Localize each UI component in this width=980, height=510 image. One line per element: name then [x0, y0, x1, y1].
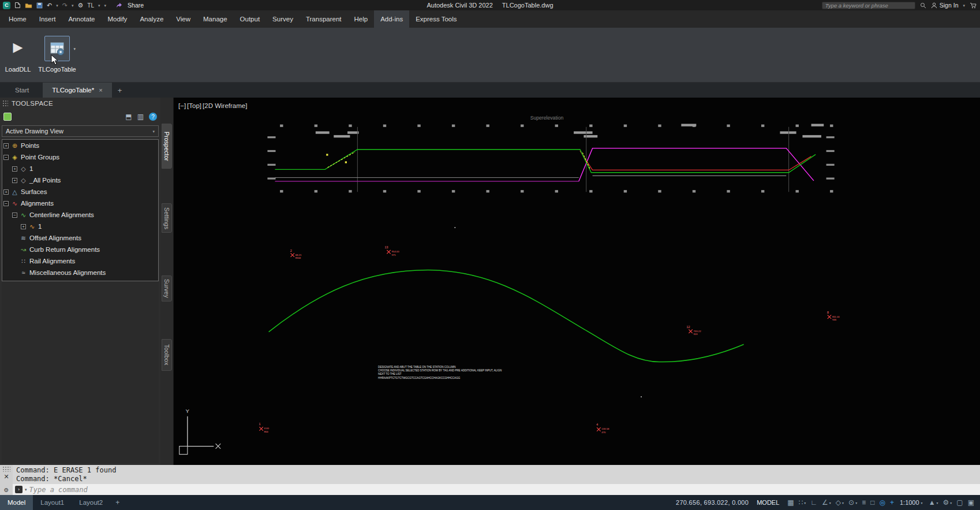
share-icon[interactable]: [116, 2, 122, 9]
command-badge-icon: ›: [15, 486, 23, 493]
tree-expander[interactable]: −: [3, 201, 9, 206]
qat-more-caret-icon[interactable]: ▾: [104, 3, 107, 8]
svg-text:811.00: 811.00: [832, 315, 840, 318]
tree-item[interactable]: + ◇ _All Points: [2, 174, 158, 186]
tree-item[interactable]: + ⊕ Points: [2, 140, 158, 151]
grid-icon[interactable]: ▦ ▾: [787, 499, 794, 506]
customize-icon[interactable]: ⚙: [4, 487, 9, 493]
toolspace-side-tab[interactable]: Survey: [162, 276, 172, 301]
sign-in-caret-icon[interactable]: ▾: [963, 3, 965, 8]
toolspace-side-tab[interactable]: Prospector: [162, 124, 172, 169]
share-label[interactable]: Share: [128, 2, 144, 9]
workspace-gear-icon[interactable]: ⚙: [77, 2, 83, 9]
new-layout-button[interactable]: +: [110, 495, 125, 510]
new-drawing-tab-button[interactable]: +: [112, 83, 128, 98]
tree-expander[interactable]: −: [3, 155, 9, 160]
model-space-drawing[interactable]: Superelevation268.21834413954.0097512733…: [174, 98, 980, 465]
tree-item[interactable]: + ◇ 1: [2, 163, 158, 174]
ortho-icon[interactable]: ∟ ▾: [810, 499, 817, 506]
panorama-icon[interactable]: ⬒: [125, 113, 132, 121]
ribbon-tab[interactable]: Add-ins: [374, 10, 409, 28]
tree-expander[interactable]: +: [3, 189, 9, 195]
visual-style-badge[interactable]: [2D Wireframe]: [203, 102, 247, 109]
tlcogotable-button[interactable]: ▾ TLCogoTable: [38, 36, 76, 73]
active-drawing-icon[interactable]: [3, 113, 12, 121]
ribbon-tab[interactable]: Output: [234, 10, 267, 28]
dynamic-input-icon[interactable]: + ▾: [890, 499, 894, 506]
new-file-icon[interactable]: [14, 2, 21, 9]
preview-area-icon[interactable]: ▥: [137, 113, 144, 121]
ribbon-tab[interactable]: Insert: [33, 10, 62, 28]
view-selector-dropdown[interactable]: Active Drawing View ▾: [2, 125, 159, 137]
ribbon-tab[interactable]: Manage: [197, 10, 234, 28]
save-icon[interactable]: [36, 2, 43, 9]
app-store-cart-icon[interactable]: [970, 2, 977, 9]
ribbon-tab[interactable]: Home: [2, 10, 33, 28]
ribbon-tab[interactable]: Express Tools: [409, 10, 463, 28]
ribbon-tab[interactable]: Analyze: [133, 10, 170, 28]
ribbon-tab[interactable]: Survey: [266, 10, 300, 28]
close-tab-icon[interactable]: ×: [99, 87, 102, 94]
undo-caret-icon[interactable]: ▾: [56, 3, 58, 8]
tree-expander[interactable]: +: [12, 178, 17, 183]
ribbon-tab[interactable]: Help: [347, 10, 374, 28]
close-command-icon[interactable]: ✕: [3, 474, 9, 480]
tree-expander[interactable]: −: [12, 213, 17, 218]
lineweight-icon[interactable]: ≡ ▾: [862, 499, 866, 506]
tree-expander[interactable]: +: [3, 143, 9, 148]
model-space-button[interactable]: MODEL: [754, 499, 781, 506]
ribbon-tab[interactable]: Modify: [102, 10, 134, 28]
annotation-scale-button[interactable]: 1:1000 ▾: [900, 499, 923, 506]
tree-item[interactable]: ∷ Rail Alignments: [2, 255, 158, 267]
isolate-objects-icon[interactable]: ▢ ▾: [956, 499, 963, 506]
viewport-menu-badge[interactable]: [−]: [178, 102, 186, 109]
search-icon[interactable]: [920, 2, 926, 9]
layout-tab[interactable]: Layout2: [72, 495, 110, 510]
tree-item[interactable]: + ∿ 1: [2, 221, 158, 232]
command-input[interactable]: [29, 486, 980, 494]
tree-item[interactable]: − ∿ Centerline Alignments: [2, 209, 158, 221]
dynamic-ucs-icon[interactable]: ◎ ▾: [879, 499, 885, 506]
tree-expander[interactable]: +: [21, 224, 26, 229]
tree-item[interactable]: ≈ Miscellaneous Alignments: [2, 267, 158, 278]
open-file-icon[interactable]: [25, 2, 32, 9]
toolspace-side-tab[interactable]: Toolbox: [162, 339, 172, 371]
tree-expander[interactable]: +: [12, 166, 17, 172]
object-snap-icon[interactable]: ⊙ ▾: [848, 499, 857, 506]
selection-cycling-icon[interactable]: □ ▾: [870, 499, 874, 506]
undo-icon[interactable]: ↶: [47, 2, 52, 9]
tlcogotable-caret-icon[interactable]: ▾: [73, 47, 76, 51]
layout-tab[interactable]: Model: [0, 495, 33, 510]
layout-tab[interactable]: Layout1: [33, 495, 72, 510]
ribbon-tab[interactable]: Annotate: [62, 10, 101, 28]
redo-icon[interactable]: ↷: [62, 2, 68, 9]
annotation-scale-icon[interactable]: ▲ ▾: [929, 499, 938, 506]
customization-icon[interactable]: ▣ ▾: [968, 499, 974, 506]
command-grip[interactable]: [2, 466, 10, 472]
polar-tracking-icon[interactable]: ∠ ▾: [822, 499, 831, 506]
toolspace-side-tab[interactable]: Settings: [162, 203, 172, 233]
tree-item[interactable]: + △ Surfaces: [2, 186, 158, 198]
ribbon-tab[interactable]: Transparent: [300, 10, 348, 28]
redo-caret-icon[interactable]: ▾: [72, 3, 74, 8]
view-direction-badge[interactable]: [Top]: [187, 102, 201, 109]
file-tab[interactable]: TLCogoTable* ×: [43, 83, 111, 98]
help-icon[interactable]: ?: [149, 113, 157, 121]
app-menu-icon[interactable]: C: [3, 2, 10, 9]
isodraft-icon[interactable]: ◇ ▾: [836, 499, 844, 506]
help-search-input[interactable]: [822, 2, 915, 9]
sign-in-button[interactable]: Sign In: [931, 2, 959, 9]
tree-item[interactable]: ↝ Curb Return Alignments: [2, 244, 158, 255]
tree-item[interactable]: − ◈ Point Groups: [2, 151, 158, 163]
tree-item[interactable]: ≋ Offset Alignments: [2, 232, 158, 244]
snap-icon[interactable]: ∷ ▾: [799, 499, 806, 506]
loaddll-button[interactable]: ▶ LoadDLL: [5, 36, 31, 73]
ribbon-tab[interactable]: View: [170, 10, 197, 28]
tree-item[interactable]: − ∿ Alignments: [2, 198, 158, 209]
palette-grip[interactable]: [2, 100, 8, 107]
recent-commands-caret-icon[interactable]: ▾: [25, 487, 27, 492]
file-tab[interactable]: Start: [6, 83, 43, 98]
workspace-caret-icon[interactable]: ▾: [98, 3, 100, 8]
drawing-canvas[interactable]: [−] [Top] [2D Wireframe] Superelevation2…: [174, 98, 980, 465]
settings-gear-icon[interactable]: ⚙ ▾: [943, 499, 952, 506]
